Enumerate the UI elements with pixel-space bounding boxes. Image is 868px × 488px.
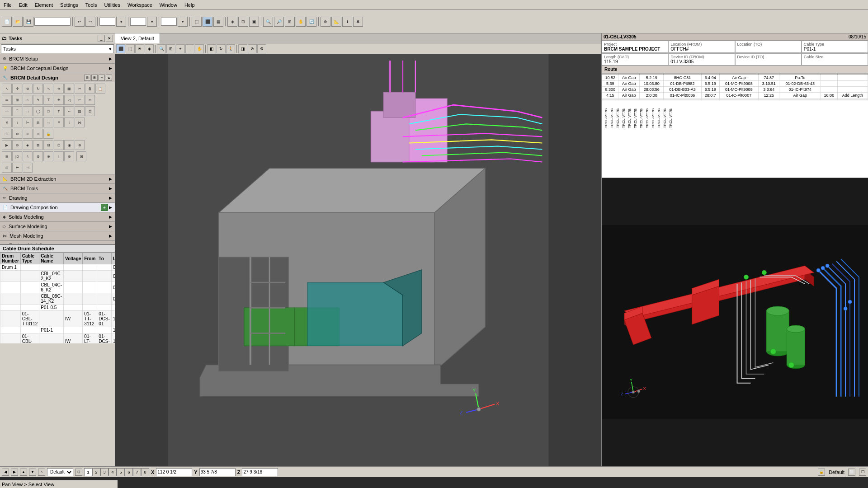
tool-lock[interactable]: 🔒 [43, 129, 53, 139]
tool-run3[interactable]: ◈ [23, 140, 33, 150]
toolbar-save-btn[interactable]: 💾 [24, 17, 33, 27]
status-down-btn[interactable]: ▼ [29, 469, 36, 476]
tool-ungroup[interactable]: ⊃ [33, 129, 43, 139]
toolbar-open-btn[interactable]: 📂 [13, 17, 23, 27]
status-view-dropdown[interactable]: Default [47, 468, 73, 476]
section-brcm-detail-header[interactable]: 🔧 BRCM Detail Design ⊟ ⊞ ≡ ▲ [0, 73, 115, 82]
status-prev-btn[interactable]: ◀ [2, 469, 9, 476]
toolbar-close-btn[interactable]: ✖ [353, 17, 363, 27]
section-drawing-header[interactable]: ✏ Drawing ▶ [0, 193, 115, 202]
tool-a4[interactable]: ⊛ [33, 151, 43, 161]
section-feature-header[interactable]: ⊞ Feature Modeling ▶ [0, 241, 115, 244]
tool-dim[interactable]: ↔ [64, 106, 74, 116]
toolbar-rot-input[interactable]: 0 [161, 18, 177, 26]
tool-join[interactable]: ⋈ [75, 117, 85, 127]
page-tab-8[interactable]: 8 [141, 468, 149, 476]
detail-icon-collapse[interactable]: ▲ [106, 75, 112, 81]
tool-a3[interactable]: ⑊ [23, 151, 33, 161]
toolbar-view-num-input[interactable]: 0 [99, 18, 115, 26]
section-drawing-comp-header[interactable]: 📄 Drawing Composition + ▶ [0, 203, 115, 212]
tool-move[interactable]: ✛ [12, 84, 22, 94]
tool-run8[interactable]: ⊕ [75, 140, 85, 150]
toolbar-measure-btn[interactable]: 📐 [331, 17, 341, 27]
page-tab-6[interactable]: 6 [125, 468, 133, 476]
tool-props[interactable]: 📋 [95, 84, 105, 94]
tool-polyline[interactable]: ⌒ [12, 106, 22, 116]
page-tab-4[interactable]: 4 [108, 468, 117, 476]
right-panel-3d[interactable]: X Y Z [602, 178, 868, 466]
detail-icon-grid-sm[interactable]: ⊟ [84, 75, 90, 81]
tool-text[interactable]: T [54, 106, 64, 116]
tool-circle[interactable]: ◯ [33, 106, 43, 116]
tool-delete[interactable]: 🗑 [85, 84, 95, 94]
y-coord-field[interactable]: 93 5 7/8 [199, 468, 236, 476]
page-tab-5[interactable]: 5 [117, 468, 125, 476]
tool-a2[interactable]: |D [12, 151, 22, 161]
toolbar-iso-btn[interactable]: ◈ [227, 17, 237, 27]
tool-cable-tray[interactable]: ⊞ [12, 95, 22, 105]
tool-s2[interactable]: ⊢ [12, 163, 22, 173]
tasks-collapse-btn[interactable]: _ [98, 35, 105, 42]
menu-tools[interactable]: Tools [82, 1, 101, 9]
menu-workspace[interactable]: Workspace [124, 1, 156, 9]
page-tab-7[interactable]: 7 [133, 468, 141, 476]
tool-rect[interactable]: □ [43, 106, 53, 116]
section-brcm-setup-header[interactable]: ⚙ BRCM Setup ▶ [0, 54, 115, 63]
toolbar-pan-btn[interactable]: ✋ [296, 17, 306, 27]
section-brcm-tools-header[interactable]: 🔨 BRCM Tools ▶ [0, 184, 115, 193]
tool-block[interactable]: ⊡ [85, 106, 95, 116]
tool-stretch[interactable]: ↕ [12, 117, 22, 127]
tool-offset[interactable]: ⊟ [33, 117, 43, 127]
tool-group[interactable]: ⊂ [23, 129, 33, 139]
viewport-3d[interactable]: X Y Z [115, 54, 601, 466]
menu-help[interactable]: Help [181, 1, 198, 9]
vp-realistic-btn[interactable]: ◈ [145, 44, 154, 53]
tool-copy[interactable]: ⊕ [23, 84, 33, 94]
toolbar-top-btn[interactable]: ⊡ [238, 17, 248, 27]
vp-named-views-btn[interactable]: ◧ [207, 44, 216, 53]
vp-xray-btn[interactable]: ☀ [135, 44, 144, 53]
page-tab-3[interactable]: 3 [100, 468, 108, 476]
tool-line[interactable]: — [2, 106, 12, 116]
toolbar-zoomall-btn[interactable]: ⊞ [285, 17, 295, 27]
tool-run2[interactable]: ⊙ [12, 140, 22, 150]
tool-a1[interactable]: ⊞ [2, 151, 12, 161]
section-brcm-conceptual-header[interactable]: 💡 BRCM Conceptual Design ▶ [0, 64, 115, 73]
tool-run7[interactable]: ◉ [64, 140, 74, 150]
detail-icon-grid-lg[interactable]: ⊞ [91, 75, 98, 81]
vp-orbit-btn[interactable]: ↻ [217, 44, 226, 53]
toolbar-snap-btn[interactable]: ⊕ [321, 17, 330, 27]
menu-window[interactable]: Window [156, 1, 181, 9]
toolbar-wireframe-btn[interactable]: ⬚ [192, 17, 202, 27]
tool-a6[interactable]: I [54, 151, 64, 161]
tool-break[interactable]: ⌇ [64, 117, 74, 127]
tool-run4[interactable]: ⊠ [33, 140, 43, 150]
vp-zoomout-btn[interactable]: - [185, 44, 194, 53]
tool-layer2[interactable]: ⊗ [12, 129, 22, 139]
status-page-setup-btn[interactable]: ⊟ [75, 469, 82, 476]
toolbar-shade2-btn[interactable]: ▦ [213, 17, 223, 27]
tool-run5[interactable]: ⊟ [43, 140, 53, 150]
status-home-btn[interactable]: ⌂ [38, 469, 45, 476]
vp-walkthrough-btn[interactable]: 🚶 [226, 44, 235, 53]
tool-rotate[interactable]: ↻ [33, 84, 43, 94]
tool-s1[interactable]: ⊟ [2, 163, 12, 173]
toolbar-zoomin-btn[interactable]: 🔍 [263, 17, 273, 27]
viewport-tab-1[interactable]: View 2, Default [115, 33, 160, 43]
toolbar-file-input[interactable]: Default [34, 18, 71, 26]
toolbar-zoom-input[interactable]: 0 [130, 18, 146, 26]
tool-hatch[interactable]: ▨ [75, 106, 85, 116]
tool-extend[interactable]: ⊢ [23, 117, 33, 127]
vp-settings-btn[interactable]: ⚙ [257, 44, 266, 53]
tool-trim[interactable]: ✂ [75, 84, 85, 94]
tool-run6[interactable]: ⊡ [54, 140, 64, 150]
tasks-dropdown[interactable]: Tasks ▾ [1, 44, 114, 53]
tool-cross[interactable]: ✚ [54, 95, 64, 105]
menu-utilities[interactable]: Utilities [101, 1, 124, 9]
tool-s3[interactable]: ⊣ [23, 163, 33, 173]
tool-reducer[interactable]: ◁ [64, 95, 74, 105]
menu-file[interactable]: File [0, 1, 15, 9]
detail-icon-list[interactable]: ≡ [99, 75, 105, 81]
tool-mirror[interactable]: ⇔ [54, 84, 64, 94]
toolbar-view-btn[interactable]: ▾ [116, 17, 126, 27]
